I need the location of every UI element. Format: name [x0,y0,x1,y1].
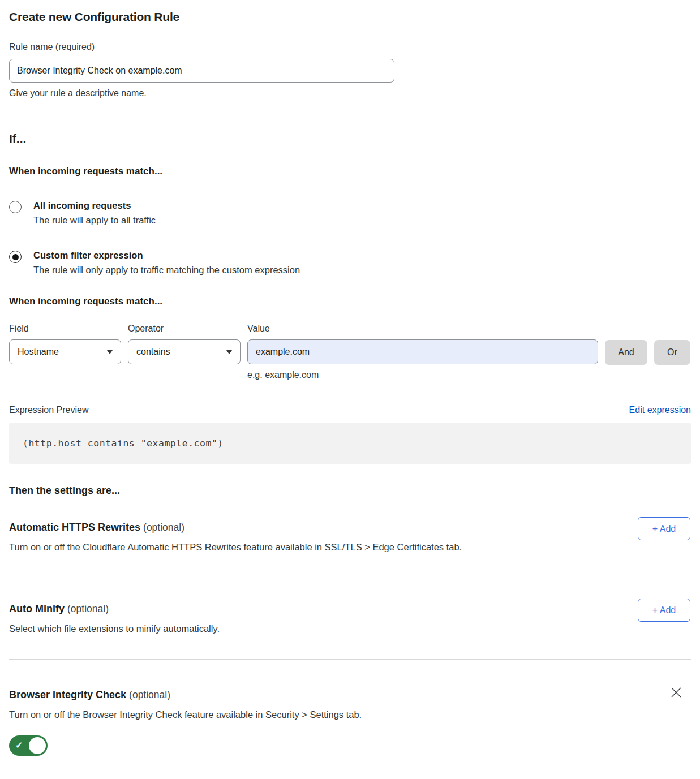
radio-label: Custom filter expression [33,250,300,261]
rule-name-label: Rule name (required) [9,42,691,52]
section-divider [9,114,691,114]
close-icon [669,686,683,699]
or-button[interactable]: Or [654,340,690,365]
setting-description: Turn on or off the Browser Integrity Che… [9,709,603,720]
value-label: Value [247,324,598,334]
field-select-value: Hostname [18,347,59,357]
setting-optional-tag: (optional) [67,603,109,614]
when-requests-match-heading: When incoming requests match... [9,166,691,177]
expression-preview-label: Expression Preview [9,405,89,415]
radio-description: The rule will apply to all traffic [33,215,156,226]
setting-title: Auto Minify [9,603,65,614]
radio-option-all-incoming-requests[interactable]: All incoming requests The rule will appl… [9,200,691,226]
value-input[interactable] [247,339,598,364]
setting-description: Select which file extensions to minify a… [9,623,603,634]
radio-button-checked[interactable] [9,251,22,263]
field-label: Field [9,324,128,334]
chevron-down-icon [107,350,113,354]
setting-title: Browser Integrity Check [9,689,126,700]
add-setting-button[interactable]: + Add [638,599,690,622]
rule-name-input[interactable] [9,59,394,83]
setting-row-auto-minify: Auto Minify (optional) Select which file… [9,578,691,660]
remove-setting-button[interactable] [669,686,683,699]
expression-preview-row: Expression Preview Edit expression [9,405,691,415]
edit-expression-link[interactable]: Edit expression [629,405,691,415]
request-match-radio-group: All incoming requests The rule will appl… [9,200,691,276]
and-button[interactable]: And [605,340,647,365]
setting-optional-tag: (optional) [143,522,184,533]
setting-row-browser-integrity-check: Browser Integrity Check (optional) Turn … [9,660,691,779]
expression-builder-row: Field Hostname Operator contains Value e… [9,324,691,380]
field-select[interactable]: Hostname [9,339,121,364]
chevron-down-icon [226,350,232,354]
radio-option-custom-filter-expression[interactable]: Custom filter expression The rule will o… [9,250,691,276]
add-setting-button[interactable]: + Add [638,517,690,540]
check-icon: ✓ [15,740,23,751]
radio-description: The rule will only apply to traffic matc… [33,265,300,276]
setting-optional-tag: (optional) [129,689,170,700]
setting-description: Turn on or off the Cloudflare Automatic … [9,542,603,553]
rule-name-helper: Give your rule a descriptive name. [9,88,691,98]
create-configuration-rule-form: Create new Configuration Rule Rule name … [9,10,691,779]
radio-label: All incoming requests [33,200,156,211]
page-title: Create new Configuration Rule [9,10,691,24]
operator-label: Operator [128,324,247,334]
operator-select[interactable]: contains [128,339,241,364]
operator-select-value: contains [136,347,170,357]
if-heading: If... [9,132,691,145]
browser-integrity-check-toggle[interactable]: ✓ [9,735,48,756]
expression-preview-code: (http.host contains "example.com") [9,423,691,464]
expression-builder-heading: When incoming requests match... [9,296,691,307]
then-settings-heading: Then the settings are... [9,485,691,497]
setting-title: Automatic HTTPS Rewrites [9,522,140,533]
toggle-knob [29,737,46,754]
value-helper: e.g. example.com [247,370,598,380]
radio-button-unchecked[interactable] [9,201,22,213]
setting-row-automatic-https-rewrites: Automatic HTTPS Rewrites (optional) Turn… [9,497,691,578]
